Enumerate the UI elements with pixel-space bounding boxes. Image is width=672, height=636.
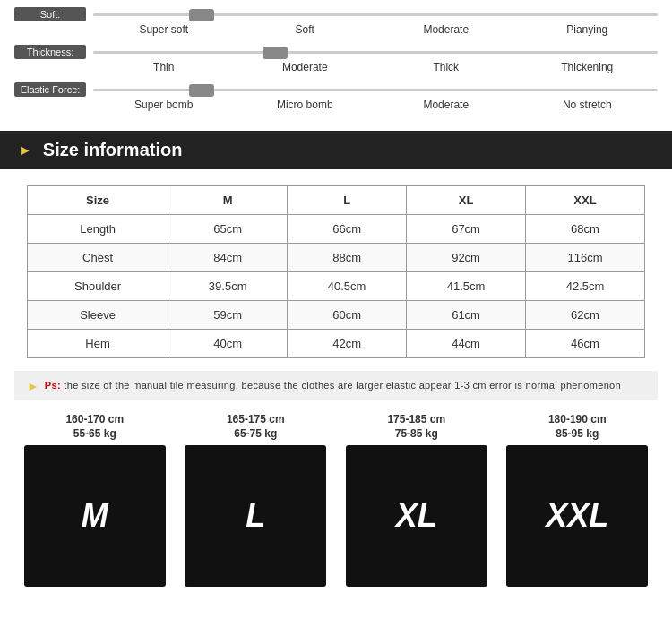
row-cell: 62cm	[526, 301, 645, 330]
ps-text: Ps: the size of the manual tile measurin…	[45, 378, 621, 393]
row-cell: 59cm	[168, 301, 288, 330]
size-card-col-m: 160-170 cm55-65 kgM	[24, 413, 166, 587]
weight-label: 75-85 kg	[395, 427, 438, 440]
thickness-labels-row: Thin Moderate Thick Thickening	[93, 61, 658, 73]
size-table: Size M L XL XXL Length65cm66cm67cm68cmCh…	[27, 185, 645, 358]
row-label: Length	[28, 215, 168, 244]
height-label: 180-190 cm	[548, 413, 607, 425]
size-card-label: L	[246, 497, 265, 535]
elastic-label: Elastic Force:	[14, 82, 86, 97]
thickness-label-2: Moderate	[235, 61, 376, 73]
elastic-label-2: Micro bomb	[235, 99, 376, 111]
col-size: Size	[28, 186, 168, 215]
thickness-label: Thickness:	[14, 45, 86, 59]
soft-label-2: Soft	[235, 23, 376, 36]
size-cards-row: 160-170 cm55-65 kgM165-175 cm65-75 kgL17…	[14, 413, 658, 587]
soft-label-3: Moderate	[375, 23, 517, 36]
thickness-track	[93, 51, 658, 54]
soft-track-container	[93, 13, 658, 16]
weight-label: 85-95 kg	[556, 427, 599, 440]
section-title: Size information	[43, 140, 183, 160]
section-arrow-icon: ►	[18, 142, 32, 159]
thickness-label-1: Thin	[93, 61, 235, 73]
elastic-label-3: Moderate	[375, 99, 517, 111]
ps-note: ► Ps: the size of the manual tile measur…	[14, 371, 658, 400]
size-card-col-l: 165-175 cm65-75 kgL	[185, 413, 326, 587]
row-cell: 39.5cm	[168, 272, 288, 301]
size-card-xxl: XXL	[506, 445, 648, 587]
row-cell: 40cm	[168, 330, 288, 358]
row-cell: 40.5cm	[288, 272, 407, 301]
size-card-label: M	[82, 497, 108, 535]
soft-thumb	[189, 9, 214, 21]
soft-label: Soft:	[14, 7, 86, 21]
col-l: L	[288, 186, 407, 215]
row-cell: 46cm	[526, 330, 645, 358]
elastic-thumb	[189, 84, 214, 97]
row-cell: 42.5cm	[526, 272, 645, 301]
soft-track	[93, 13, 658, 16]
row-cell: 88cm	[288, 244, 407, 272]
weight-label: 55-65 kg	[73, 427, 116, 440]
elastic-label-1: Super bomb	[93, 99, 235, 111]
soft-label-4: Pianying	[517, 23, 659, 36]
row-label: Chest	[28, 244, 168, 272]
table-row: Sleeve59cm60cm61cm62cm	[28, 301, 645, 330]
table-row: Shoulder39.5cm40.5cm41.5cm42.5cm	[28, 272, 645, 301]
row-cell: 61cm	[407, 301, 526, 330]
row-cell: 84cm	[168, 244, 288, 272]
row-label: Hem	[28, 330, 168, 358]
thickness-thumb	[263, 47, 288, 59]
size-cards-section: 160-170 cm55-65 kgM165-175 cm65-75 kgL17…	[0, 404, 672, 605]
size-card-label: XL	[396, 497, 437, 535]
size-card-m: M	[24, 445, 166, 587]
table-row: Chest84cm88cm92cm116cm	[28, 244, 645, 272]
elastic-labels-row: Super bomb Micro bomb Moderate No stretc…	[93, 99, 658, 111]
row-cell: 67cm	[407, 215, 526, 244]
height-label: 160-170 cm	[65, 413, 124, 425]
row-cell: 41.5cm	[407, 272, 526, 301]
thickness-track-container	[93, 51, 658, 54]
ps-body: the size of the manual tile measuring, b…	[64, 380, 621, 391]
elastic-label-4: No stretch	[517, 99, 659, 111]
col-xl: XL	[407, 186, 526, 215]
table-row: Length65cm66cm67cm68cm	[28, 215, 645, 244]
size-card-label: XXL	[546, 497, 608, 535]
size-card-col-xl: 175-185 cm75-85 kgXL	[346, 413, 487, 587]
row-cell: 60cm	[288, 301, 407, 330]
elastic-track-container	[93, 89, 658, 91]
ps-prefix: Ps:	[45, 380, 61, 391]
row-cell: 116cm	[526, 244, 645, 272]
col-xxl: XXL	[526, 186, 645, 215]
weight-label: 65-75 kg	[234, 427, 277, 440]
size-card-col-xxl: 180-190 cm85-95 kgXXL	[506, 413, 648, 587]
row-cell: 92cm	[407, 244, 526, 272]
row-cell: 42cm	[288, 330, 407, 358]
row-cell: 65cm	[168, 215, 288, 244]
soft-label-1: Super soft	[93, 23, 235, 36]
row-cell: 44cm	[407, 330, 526, 358]
col-m: M	[168, 186, 288, 215]
thickness-label-4: Thickening	[517, 61, 659, 73]
size-table-wrapper: Size M L XL XXL Length65cm66cm67cm68cmCh…	[0, 176, 672, 367]
size-card-l: L	[185, 445, 326, 587]
height-label: 175-185 cm	[387, 413, 445, 425]
elastic-track	[93, 89, 658, 91]
table-row: Hem40cm42cm44cm46cm	[28, 330, 645, 358]
size-card-xl: XL	[346, 445, 487, 587]
height-label: 165-175 cm	[227, 413, 285, 425]
row-cell: 68cm	[526, 215, 645, 244]
row-label: Sleeve	[28, 301, 168, 330]
size-info-header: ► Size information	[0, 131, 672, 169]
table-header-row: Size M L XL XXL	[28, 186, 645, 215]
soft-slider-section: Soft: Super soft Soft Moderate Pianying …	[0, 0, 672, 124]
soft-labels-row: Super soft Soft Moderate Pianying	[93, 23, 658, 36]
row-cell: 66cm	[288, 215, 407, 244]
thickness-label-3: Thick	[375, 61, 517, 73]
row-label: Shoulder	[28, 272, 168, 301]
ps-arrow-icon: ►	[27, 379, 39, 393]
